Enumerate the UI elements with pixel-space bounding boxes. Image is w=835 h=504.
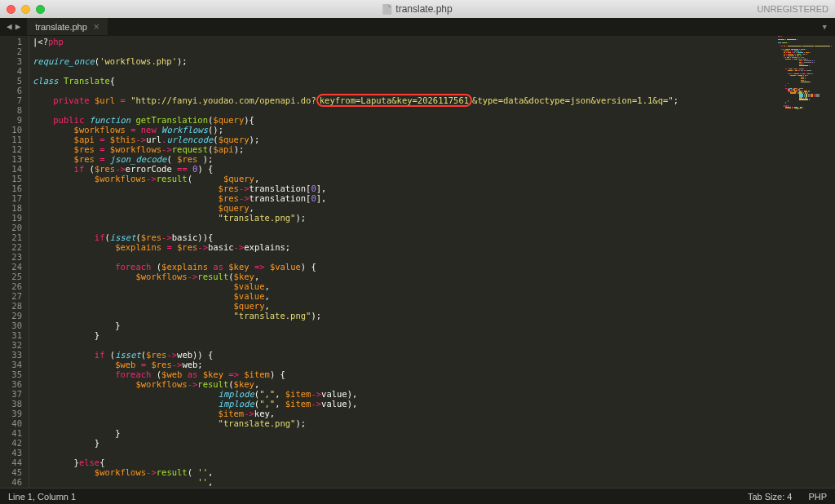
- forward-arrow-icon[interactable]: ▶: [15, 21, 21, 32]
- line-number: 42: [0, 438, 22, 448]
- code-line[interactable]: '',: [33, 477, 835, 487]
- line-number: 27: [0, 291, 22, 301]
- editor: 1234567891011121314151617181920212223242…: [0, 36, 835, 488]
- code-line[interactable]: [33, 66, 835, 76]
- code-line[interactable]: $res->translation[0],: [33, 183, 835, 193]
- code-line[interactable]: private $url = "http://fanyi.youdao.com/…: [33, 95, 835, 105]
- code-line[interactable]: "translate.png");: [33, 418, 835, 428]
- code-line[interactable]: $explains = $res->basic->explains;: [33, 242, 835, 252]
- line-number: 13: [0, 154, 22, 164]
- tab-size-selector[interactable]: Tab Size: 4: [748, 492, 792, 502]
- line-number: 28: [0, 301, 22, 311]
- code-line[interactable]: [33, 46, 835, 56]
- code-line[interactable]: $query,: [33, 301, 835, 311]
- line-number: 3: [0, 56, 22, 66]
- code-line[interactable]: if (isset($res->web)) {: [33, 350, 835, 360]
- back-arrow-icon[interactable]: ◀: [7, 21, 12, 32]
- code-line[interactable]: }else{: [33, 458, 835, 467]
- line-number: 9: [0, 115, 22, 125]
- line-number: 12: [0, 144, 22, 154]
- line-number: 1: [0, 37, 22, 46]
- code-line[interactable]: |<?php: [33, 37, 835, 46]
- registration-status: UNREGISTERED: [758, 4, 828, 14]
- file-icon: [382, 4, 391, 15]
- code-line[interactable]: }: [33, 438, 835, 448]
- code-line[interactable]: [33, 252, 835, 262]
- line-number: 4: [0, 66, 22, 76]
- code-line[interactable]: if(isset($res->basic)){: [33, 232, 835, 242]
- line-number: 41: [0, 428, 22, 438]
- code-area[interactable]: |<?phprequire_once('workflows.php');clas…: [29, 36, 835, 488]
- tab-menu-chevron-icon[interactable]: ▼: [815, 23, 835, 31]
- line-number: 46: [0, 477, 22, 487]
- line-number: 14: [0, 164, 22, 174]
- code-line[interactable]: $workflows->result($key,: [33, 379, 835, 389]
- code-line[interactable]: [33, 223, 835, 232]
- line-number: 7: [0, 95, 22, 105]
- tab-close-icon[interactable]: ×: [94, 21, 99, 33]
- code-line[interactable]: $item->key,: [33, 409, 835, 418]
- line-number: 36: [0, 379, 22, 389]
- code-line[interactable]: $workflows->result( $query,: [33, 174, 835, 183]
- line-number: 26: [0, 281, 22, 291]
- code-line[interactable]: $value,: [33, 281, 835, 291]
- code-line[interactable]: $workflows = new Workflows();: [33, 125, 835, 135]
- language-selector[interactable]: PHP: [808, 492, 827, 502]
- window-controls: [7, 5, 45, 14]
- zoom-window-button[interactable]: [36, 5, 45, 14]
- cursor-position[interactable]: Line 1, Column 1: [8, 492, 76, 502]
- code-line[interactable]: "translate.png");: [33, 213, 835, 223]
- code-line[interactable]: "translate.png");: [33, 311, 835, 321]
- code-line[interactable]: $api = $this->url.urlencode($query);: [33, 135, 835, 144]
- line-number: 19: [0, 213, 22, 223]
- line-number: 8: [0, 105, 22, 115]
- window-title: translate.php: [382, 3, 452, 15]
- line-number: 15: [0, 174, 22, 183]
- tab-bar: ◀ ▶ translate.php × ▼: [0, 18, 835, 36]
- code-line[interactable]: $res = json_decode( $res );: [33, 154, 835, 164]
- code-line[interactable]: implode(",", $item->value),: [33, 399, 835, 409]
- line-number: 20: [0, 223, 22, 232]
- code-line[interactable]: $res = $workflows->request($api);: [33, 144, 835, 154]
- code-line[interactable]: }: [33, 330, 835, 340]
- code-line[interactable]: $web = $res->web;: [33, 360, 835, 369]
- line-number: 44: [0, 458, 22, 467]
- code-line[interactable]: }: [33, 428, 835, 438]
- minimize-window-button[interactable]: [21, 5, 30, 14]
- code-line[interactable]: [33, 448, 835, 458]
- code-line[interactable]: [33, 340, 835, 350]
- highlighted-text: keyfrom=Laputa&key=2026117561: [316, 94, 472, 107]
- line-number: 37: [0, 389, 22, 399]
- tab-label: translate.php: [35, 22, 87, 32]
- line-number: 23: [0, 252, 22, 262]
- line-number: 21: [0, 232, 22, 242]
- code-line[interactable]: $value,: [33, 291, 835, 301]
- line-number: 16: [0, 183, 22, 193]
- close-window-button[interactable]: [7, 5, 15, 14]
- history-arrows: ◀ ▶: [0, 21, 27, 32]
- code-line[interactable]: $workflows->result( '',: [33, 467, 835, 477]
- code-line[interactable]: $workflows->result($key,: [33, 272, 835, 281]
- line-number: 45: [0, 467, 22, 477]
- code-line[interactable]: public function getTranslation($query){: [33, 115, 835, 125]
- code-line[interactable]: foreach ($web as $key => $item) {: [33, 369, 835, 379]
- line-number: 22: [0, 242, 22, 252]
- line-number: 33: [0, 350, 22, 360]
- code-line[interactable]: class Translate{: [33, 76, 835, 86]
- line-number: 35: [0, 369, 22, 379]
- line-number: 25: [0, 272, 22, 281]
- line-number: 38: [0, 399, 22, 409]
- titlebar: translate.php UNREGISTERED: [0, 0, 835, 18]
- code-line[interactable]: implode(",", $item->value),: [33, 389, 835, 399]
- code-line[interactable]: foreach ($explains as $key => $value) {: [33, 262, 835, 272]
- code-line[interactable]: $query,: [33, 203, 835, 213]
- line-number: 30: [0, 321, 22, 330]
- code-line[interactable]: }: [33, 321, 835, 330]
- code-line[interactable]: $res->translation[0],: [33, 193, 835, 203]
- code-line[interactable]: require_once('workflows.php');: [33, 56, 835, 66]
- code-line[interactable]: if ($res->errorCode == 0) {: [33, 164, 835, 174]
- tab-translate-php[interactable]: translate.php ×: [27, 18, 108, 35]
- minimap[interactable]: [778, 36, 832, 109]
- line-number: 32: [0, 340, 22, 350]
- line-number: 31: [0, 330, 22, 340]
